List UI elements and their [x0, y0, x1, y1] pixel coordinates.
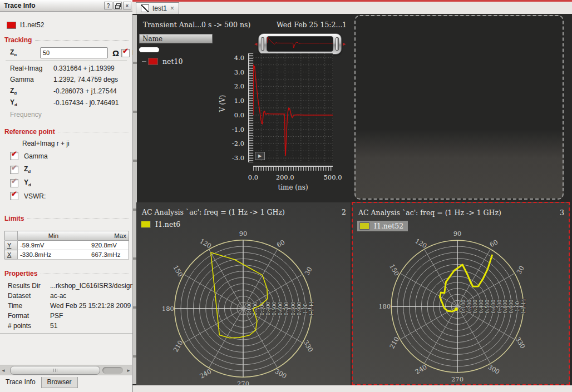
plot-workspace: test1 × Transient Anal...0 s -> 500 ns) … [132, 0, 572, 392]
reference-subrow: Real+Imag r + ji [22, 140, 70, 147]
y-tick-label: 2.0 [234, 82, 244, 90]
max-column-header[interactable]: Max [89, 231, 129, 241]
properties-header: Properties [4, 270, 129, 277]
divider [6, 60, 127, 61]
ac-polar-panel-2[interactable]: AC Analysis `ac': freq = (1 Hz -> 1 GHz)… [136, 202, 351, 385]
trace-color-swatch [7, 22, 16, 29]
transient-chart [253, 53, 333, 162]
frequency-label: Frequency [10, 111, 42, 118]
ac2-polar-chart: 9012015018021024027030033030600.1000.200… [136, 231, 351, 385]
panel-title: Trace Info [0, 2, 104, 9]
zd-value: -0.286073 + j1.27544 [53, 87, 117, 95]
zd-checkbox[interactable]: ✔ [10, 166, 18, 174]
svg-text:180: 180 [162, 305, 174, 312]
tree-branch [142, 61, 146, 62]
yd-checkbox[interactable]: ✔ [10, 179, 18, 187]
ac-polar-panel-3-selected[interactable]: AC Analysis `ac': freq = (1 Hz -> 1 GHz)… [352, 202, 570, 385]
x-axis-ruler[interactable] [253, 166, 333, 171]
sidebar-horizontal-scrollbar[interactable]: ◄ ► [0, 365, 132, 375]
yd-label: Yd [10, 98, 53, 107]
vswr-checkbox[interactable]: ✔ [10, 192, 18, 200]
z0-input[interactable] [40, 47, 108, 58]
y-tick-label: 0.0 [234, 111, 244, 119]
limits-header-row: Min Max [5, 231, 129, 241]
svg-text:30: 30 [515, 265, 526, 276]
y-axis-ruler[interactable] [248, 53, 253, 162]
slider-body[interactable] [258, 33, 342, 54]
tab-trace-info[interactable]: Trace Info [0, 377, 41, 388]
help-icon[interactable]: ? [104, 2, 112, 9]
svg-text:30: 30 [303, 266, 313, 277]
svg-text:1.00: 1.00 [515, 301, 520, 312]
time-value: Wed Feb 25 15:21:28 2009 [50, 302, 131, 310]
reference-point-header: Reference point [4, 128, 129, 136]
panel-number: 1 [342, 21, 347, 29]
selected-trace-row[interactable]: I1.net52 [7, 21, 44, 29]
close-panel-icon[interactable]: × [123, 2, 131, 9]
transient-plot-area[interactable] [253, 53, 333, 162]
slider-left-arrow-icon[interactable]: ◄ [253, 41, 258, 47]
y-tick-label: -3.0 [232, 154, 244, 162]
y-axis-cell[interactable]: Y [5, 241, 18, 250]
trace-preview [267, 37, 333, 49]
svg-text:0.900: 0.900 [509, 300, 514, 313]
scrollbar-track[interactable] [102, 367, 123, 374]
slider-left-grip[interactable] [261, 37, 264, 51]
svg-text:1.1-14: 1.1-14 [521, 299, 526, 314]
limits-row-y: Y -59.9mV 920.8mV [5, 241, 129, 250]
limits-row-x: X -330.8mHz 667.3mHz [5, 250, 129, 260]
svg-text:0.300: 0.300 [472, 300, 478, 313]
scroll-left-icon[interactable]: ◄ [0, 366, 7, 375]
real-imag-row: Real+Imag 0.331664 + j1.19399 [10, 64, 115, 72]
plot-canvas: Transient Anal...0 s -> 500 ns) Wed Feb … [132, 14, 572, 385]
yd-row: Yd -0.167434 - j0.746491 [10, 98, 119, 107]
sidebar-bottom-tabs: Trace Info Browser [0, 377, 78, 388]
svg-text:330: 330 [514, 335, 527, 350]
legend-item-net6[interactable]: I1.net6 [141, 220, 180, 229]
slider-right-arrow-icon[interactable]: ► [342, 41, 347, 47]
check-icon: ✔ [122, 47, 129, 55]
x-tick-label: 500.0 [324, 173, 342, 181]
panel-titlebar[interactable]: Trace Info ? × [0, 0, 132, 12]
empty-plot-slot[interactable] [354, 15, 564, 200]
name-list-scroll-pill[interactable] [139, 47, 159, 52]
play-button[interactable]: ▶ [255, 152, 265, 160]
scrollbar-thumb[interactable] [10, 366, 100, 375]
x-axis-cell[interactable]: X [5, 250, 18, 260]
svg-text:1.00: 1.00 [303, 304, 308, 314]
dataset-row: Dataset ac-ac [8, 292, 66, 300]
svg-text:0.800: 0.800 [502, 300, 508, 313]
dataset-value: ac-ac [50, 292, 66, 300]
net6-label: I1.net6 [155, 220, 180, 229]
pan-slider[interactable]: ◄ ► [253, 33, 343, 55]
y-tick-label: -1.0 [232, 126, 244, 133]
zd-check-row: ✔ Zd [10, 165, 31, 174]
gamma-checkbox[interactable]: ✔ [10, 152, 18, 160]
name-column-header[interactable]: Name [139, 34, 213, 43]
svg-text:0.500: 0.500 [485, 300, 490, 313]
legend-item-net10[interactable]: net10 [142, 57, 183, 66]
limits-header: Limits [4, 215, 129, 222]
float-panel-icon[interactable] [114, 2, 122, 9]
slider-preview-window[interactable] [267, 36, 333, 52]
gamma-check-row: ✔ Gamma [10, 152, 48, 160]
tab-close-icon[interactable]: × [170, 5, 174, 12]
svg-text:0.900: 0.900 [297, 302, 302, 315]
transient-plot-panel[interactable]: Transient Anal...0 s -> 500 ns) Wed Feb … [137, 16, 350, 202]
limits-table: Min Max Y -59.9mV 920.8mV X -330.8mHz 66… [4, 231, 129, 260]
tab-test1[interactable]: test1 × [136, 2, 179, 14]
num-points-row: # points 51 [8, 322, 57, 330]
normalize-checkbox[interactable]: ✔ [121, 49, 130, 57]
min-column-header[interactable]: Min [18, 231, 90, 241]
legend-item-net52[interactable]: I1.net52 [357, 221, 408, 231]
zd-row: Zd -0.286073 + j1.27544 [10, 87, 117, 96]
scroll-right-icon[interactable]: ► [125, 366, 132, 375]
slider-right-grip[interactable] [336, 37, 339, 51]
check-icon: ✔ [11, 177, 17, 185]
application-window: Trace Info ? × I1.net52 Tracking Zo Ω ✔ … [0, 0, 572, 392]
z0-row: Zo Ω ✔ N [10, 47, 137, 58]
graph-icon [141, 4, 149, 12]
svg-text:0.800: 0.800 [290, 302, 296, 315]
ac3-polar-chart: 9012015018021024027030033030600.1000.200… [353, 231, 569, 384]
tab-browser[interactable]: Browser [41, 377, 78, 388]
